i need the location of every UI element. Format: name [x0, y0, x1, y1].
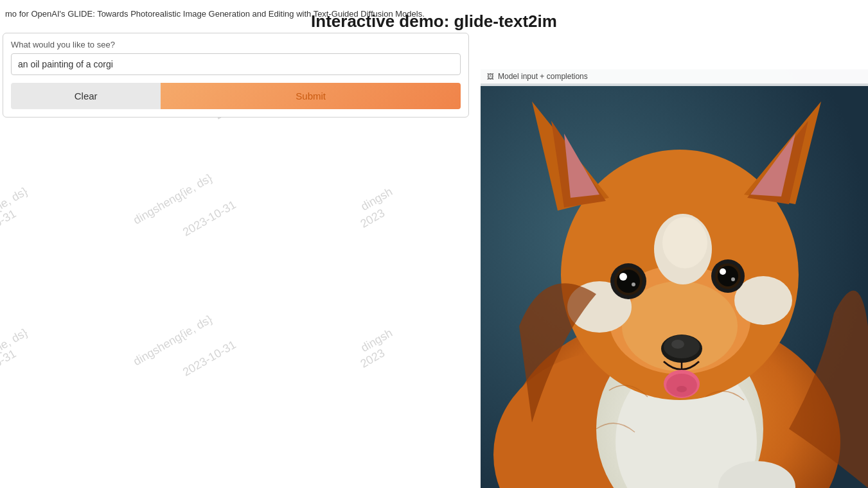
- watermark-8: dingsh: [359, 185, 394, 214]
- button-row: Clear Submit: [11, 83, 461, 109]
- svg-point-28: [720, 268, 726, 275]
- watermark-14: dingsh: [359, 326, 394, 355]
- watermark-10: {ie, ds}: [0, 326, 30, 356]
- watermark-4: {ie, ds}: [0, 185, 30, 214]
- submit-button[interactable]: Submit: [161, 83, 461, 109]
- model-label-text: Model input + completions: [498, 72, 588, 81]
- svg-point-34: [666, 374, 697, 397]
- svg-point-29: [731, 277, 735, 281]
- watermark-13: 2023-10-31: [181, 338, 238, 379]
- watermark-15: 2023: [358, 346, 387, 370]
- watermark-7: 2023-10-31: [181, 198, 238, 239]
- clear-button[interactable]: Clear: [11, 83, 161, 109]
- subtitle: mo for OpenAI's GLIDE: Towards Photoreal…: [3, 9, 469, 28]
- svg-point-35: [677, 386, 687, 392]
- corgi-svg: [481, 69, 868, 488]
- prompt-input[interactable]: [11, 53, 461, 75]
- left-panel: mo for OpenAI's GLIDE: Towards Photoreal…: [0, 0, 475, 118]
- svg-point-27: [718, 266, 738, 286]
- input-label: What would you like to see?: [11, 40, 461, 49]
- watermark-6: dingsheng{ie, ds}: [131, 171, 215, 227]
- watermark-12: dingsheng{ie, ds}: [131, 313, 215, 369]
- input-section: What would you like to see? Clear Submit: [3, 33, 469, 118]
- image-icon: 🖼: [487, 73, 494, 80]
- output-image: [481, 69, 868, 488]
- watermark-11: 0-31: [0, 347, 19, 370]
- watermark-9: 2023: [358, 206, 387, 231]
- svg-point-19: [734, 276, 792, 325]
- svg-point-23: [619, 273, 627, 281]
- model-label-bar: 🖼 Model input + completions: [481, 69, 868, 83]
- svg-point-24: [632, 283, 635, 286]
- svg-point-17: [662, 217, 707, 268]
- watermark-5: 0-31: [0, 207, 19, 230]
- svg-point-22: [617, 270, 640, 293]
- svg-point-32: [671, 340, 684, 349]
